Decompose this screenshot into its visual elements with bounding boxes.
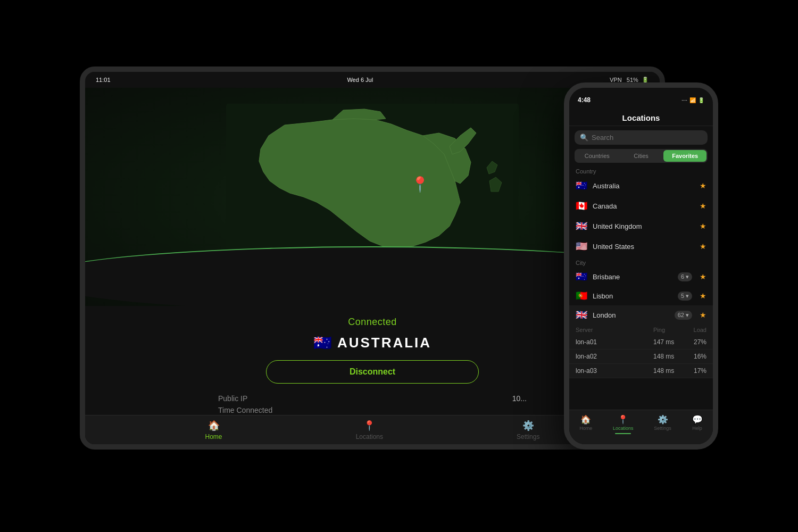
server-row-0[interactable]: lon-a01 147 ms 27% [569,335,713,350]
settings-icon: ⚙️ [522,420,534,431]
server-row-2[interactable]: lon-a03 148 ms 17% [569,364,713,378]
country-row-us[interactable]: 🇺🇸 United States ★ [569,236,713,256]
tablet-nav-home-label: Home [205,433,222,440]
tablet-nav-locations-label: Locations [356,433,383,440]
server-name-0: lon-a01 [576,338,653,346]
load-col-header: Load [685,327,706,333]
tablet-time: 11:01 [96,77,111,83]
phone-help-label: Help [692,426,702,431]
tablet-date: Wed 6 Jul [347,77,373,83]
server-name-2: lon-a03 [576,367,653,375]
country-flag: 🇦🇺 [313,334,332,352]
tablet-vpn: VPN [610,77,622,83]
country-row-uk[interactable]: 🇬🇧 United Kingdom ★ [569,216,713,236]
tab-countries[interactable]: Countries [576,150,619,162]
server-ping-2: 148 ms [653,367,685,375]
london-star[interactable]: ★ [700,311,706,319]
country-section-label: Country [569,165,713,176]
city-section-label: City [569,256,713,267]
connected-status: Connected [348,317,397,328]
london-count: 62 ▾ [675,311,692,320]
time-connected-row: Time Connected [213,406,532,414]
phone-nav-locations[interactable]: 📍 Locations [613,414,634,434]
australia-name: Australia [593,182,695,190]
location-pin: 📍 [411,176,429,193]
lisbon-count: 5 ▾ [678,292,692,301]
city-row-brisbane[interactable]: 🇦🇺 Brisbane 6 ▾ ★ [569,267,713,286]
public-ip-row: Public IP 10... [213,394,532,403]
tab-cities[interactable]: Cities [620,150,663,162]
city-row-london[interactable]: 🇬🇧 London 62 ▾ ★ [569,305,713,325]
country-name: AUSTRALIA [337,335,431,351]
tablet-nav-home[interactable]: 🏠 Home [205,420,222,440]
brisbane-chevron: ▾ [686,273,689,280]
london-name: London [593,311,670,319]
phone-locations-icon: 📍 [618,414,628,425]
london-flag: 🇬🇧 [576,309,588,321]
time-connected-label: Time Connected [218,406,272,414]
us-flag: 🇺🇸 [576,240,588,252]
ping-col-header: Ping [653,327,685,333]
city-row-lisbon[interactable]: 🇵🇹 Lisbon 5 ▾ ★ [569,286,713,305]
uk-name: United Kingdom [593,222,695,230]
canada-flag: 🇨🇦 [576,200,588,212]
server-col-header: Server [576,327,653,333]
phone-home-icon: 🏠 [580,414,591,425]
phone-settings-icon: ⚙️ [658,414,668,425]
uk-flag: 🇬🇧 [576,220,588,232]
tablet-battery-pct: 51% [627,77,638,83]
public-ip-label: Public IP [218,394,247,403]
tablet-nav-locations[interactable]: 📍 Locations [356,420,383,440]
phone-dots: ···· [681,97,687,103]
server-list: Server Ping Load lon-a01 147 ms 27% lon-… [569,325,713,378]
server-ping-0: 147 ms [653,338,685,346]
australia-star[interactable]: ★ [700,181,706,190]
phone-header: Locations [569,109,713,126]
us-name: United States [593,243,695,251]
scene: 11:01 Wed 6 Jul VPN 51% 🔋 [80,66,718,466]
server-row-1[interactable]: lon-a02 148 ms 16% [569,350,713,364]
london-chevron: ▾ [686,312,689,319]
phone-title: Locations [622,113,660,122]
brisbane-name: Brisbane [593,273,674,281]
public-ip-value: 10... [512,394,527,403]
canada-name: Canada [593,202,695,210]
phone-nav-home[interactable]: 🏠 Home [579,414,592,431]
lisbon-flag: 🇵🇹 [576,290,588,302]
search-bar[interactable]: 🔍 [575,130,708,145]
phone-time: 4:48 [578,96,591,104]
phone-settings-label: Settings [654,426,671,431]
brisbane-flag: 🇦🇺 [576,271,588,282]
country-row-australia[interactable]: 🇦🇺 Australia ★ [569,176,713,196]
phone-nav-help[interactable]: 💬 Help [692,414,703,431]
tab-favorites[interactable]: Favorites [663,150,706,162]
server-load-2: 17% [685,367,706,375]
canada-star[interactable]: ★ [700,202,706,210]
lisbon-name: Lisbon [593,292,674,300]
server-load-0: 27% [685,338,706,346]
phone-locations-label: Locations [613,426,634,431]
disconnect-button[interactable]: Disconnect [266,360,479,384]
australia-flag: 🇦🇺 [576,180,588,192]
us-star[interactable]: ★ [700,242,706,251]
server-name-1: lon-a02 [576,353,653,360]
phone-help-icon: 💬 [692,414,703,425]
home-icon: 🏠 [208,420,220,431]
phone-battery-icon: 🔋 [698,97,704,103]
brisbane-star[interactable]: ★ [700,272,706,281]
country-row-canada[interactable]: 🇨🇦 Canada ★ [569,196,713,216]
country-display: 🇦🇺 AUSTRALIA [313,334,431,352]
phone-status-bar: 4:48 ···· 📶 🔋 [569,88,713,109]
lisbon-chevron: ▾ [686,293,689,300]
phone-nav-settings[interactable]: ⚙️ Settings [654,414,671,431]
server-load-1: 16% [685,353,706,360]
wifi-icon: 📶 [689,97,696,103]
tablet-nav-settings[interactable]: ⚙️ Settings [517,420,539,440]
locations-icon: 📍 [363,420,375,431]
lisbon-star[interactable]: ★ [700,292,706,300]
tablet-nav-settings-label: Settings [517,433,539,440]
phone-home-label: Home [579,426,592,431]
server-ping-1: 148 ms [653,353,685,360]
uk-star[interactable]: ★ [700,222,706,230]
search-input[interactable] [592,134,702,142]
